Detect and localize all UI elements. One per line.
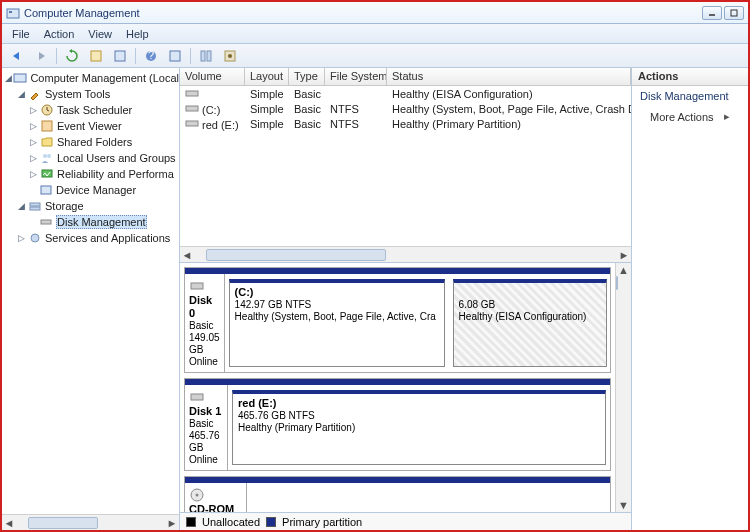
- maximize-button[interactable]: [724, 6, 744, 20]
- back-button[interactable]: [6, 46, 28, 66]
- expand-icon[interactable]: ▷: [28, 153, 39, 164]
- graphical-view: Disk 0Basic149.05 GBOnline(C:)142.97 GB …: [180, 263, 631, 512]
- monitor-icon: [40, 167, 54, 181]
- window-title: Computer Management: [24, 7, 702, 19]
- svg-rect-15: [42, 121, 52, 131]
- tree-scrollbar[interactable]: ◄ ►: [2, 514, 179, 530]
- minimize-button[interactable]: [702, 6, 722, 20]
- list-scrollbar[interactable]: ◄ ►: [180, 246, 631, 262]
- actions-pane: Actions Disk Management More Actions ▸: [632, 68, 748, 530]
- disk-block[interactable]: Disk 0Basic149.05 GBOnline(C:)142.97 GB …: [184, 267, 611, 373]
- more-label: More Actions: [650, 111, 714, 123]
- table-row[interactable]: red (E:)SimpleBasicNTFSHealthy (Primary …: [180, 116, 631, 131]
- svg-rect-5: [115, 51, 125, 61]
- scroll-right-icon[interactable]: ►: [617, 248, 631, 262]
- tree-root[interactable]: ◢ Computer Management (Local: [2, 70, 179, 86]
- menu-action[interactable]: Action: [38, 26, 81, 42]
- console-button[interactable]: [109, 46, 131, 66]
- col-volume[interactable]: Volume: [180, 68, 245, 85]
- table-row[interactable]: (C:)SimpleBasicNTFSHealthy (System, Boot…: [180, 101, 631, 116]
- properties-button[interactable]: [85, 46, 107, 66]
- scroll-up-icon[interactable]: ▲: [616, 263, 631, 277]
- tree-device-manager[interactable]: Device Manager: [2, 182, 179, 198]
- scroll-left-icon[interactable]: ◄: [3, 517, 15, 529]
- tree-disk-management[interactable]: Disk Management: [2, 214, 179, 230]
- forward-button[interactable]: [30, 46, 52, 66]
- menu-view[interactable]: View: [82, 26, 118, 42]
- menu-file[interactable]: File: [6, 26, 36, 42]
- col-filesystem[interactable]: File System: [325, 68, 387, 85]
- titlebar: Computer Management: [2, 2, 748, 24]
- expand-icon[interactable]: ▷: [28, 105, 39, 116]
- scroll-down-icon[interactable]: ▼: [616, 498, 631, 512]
- tree-event-viewer[interactable]: ▷ Event Viewer: [2, 118, 179, 134]
- refresh-button[interactable]: [61, 46, 83, 66]
- tree-local-users[interactable]: ▷ Local Users and Groups: [2, 150, 179, 166]
- computer-icon: [13, 71, 27, 85]
- settings-button[interactable]: [195, 46, 217, 66]
- svg-rect-20: [30, 203, 40, 206]
- scroll-thumb[interactable]: [28, 517, 98, 529]
- app-icon: [6, 6, 20, 20]
- list-header: Volume Layout Type File System Status: [180, 68, 631, 86]
- separator: [135, 48, 136, 64]
- tree-services[interactable]: ▷ Services and Applications: [2, 230, 179, 246]
- extra-button[interactable]: [219, 46, 241, 66]
- svg-rect-27: [191, 283, 203, 289]
- action-more[interactable]: More Actions ▸: [632, 106, 748, 127]
- tree-system-tools[interactable]: ◢ System Tools: [2, 86, 179, 102]
- partition[interactable]: red (E:)465.76 GB NTFSHealthy (Primary P…: [232, 390, 606, 465]
- expand-icon[interactable]: ▷: [28, 121, 39, 132]
- menubar: File Action View Help: [2, 24, 748, 44]
- disk-icon: [39, 215, 53, 229]
- swatch-primary: [266, 517, 276, 527]
- partition[interactable]: 6.08 GBHealthy (EISA Configuration): [453, 279, 607, 367]
- center-pane: Volume Layout Type File System Status Si…: [180, 68, 632, 530]
- svg-rect-19: [41, 186, 51, 194]
- svg-rect-24: [186, 91, 198, 96]
- scroll-left-icon[interactable]: ◄: [180, 248, 194, 262]
- svg-point-16: [43, 154, 47, 158]
- menu-help[interactable]: Help: [120, 26, 155, 42]
- collapse-icon[interactable]: ◢: [16, 89, 27, 100]
- expand-icon[interactable]: ▷: [28, 137, 39, 148]
- legend-primary: Primary partition: [282, 516, 362, 528]
- svg-rect-3: [731, 10, 737, 16]
- svg-text:?: ?: [148, 49, 154, 61]
- svg-rect-9: [201, 51, 205, 61]
- svg-rect-0: [7, 9, 19, 18]
- table-row[interactable]: SimpleBasicHealthy (EISA Configuration): [180, 86, 631, 101]
- legend-unallocated: Unallocated: [202, 516, 260, 528]
- separator: [190, 48, 191, 64]
- scroll-thumb[interactable]: [616, 276, 618, 290]
- col-layout[interactable]: Layout: [245, 68, 289, 85]
- storage-icon: [28, 199, 42, 213]
- tree-shared-folders[interactable]: ▷ Shared Folders: [2, 134, 179, 150]
- scroll-right-icon[interactable]: ►: [166, 517, 178, 529]
- graphical-scrollbar[interactable]: ▲ ▼: [615, 263, 631, 512]
- svg-rect-25: [186, 106, 198, 111]
- svg-point-30: [196, 494, 199, 497]
- tree-reliability[interactable]: ▷ Reliability and Performa: [2, 166, 179, 182]
- tree-storage[interactable]: ◢ Storage: [2, 198, 179, 214]
- expand-icon[interactable]: ▷: [28, 169, 39, 180]
- col-type[interactable]: Type: [289, 68, 325, 85]
- svg-rect-21: [30, 207, 40, 210]
- svg-rect-4: [91, 51, 101, 61]
- scroll-thumb[interactable]: [206, 249, 386, 261]
- col-status[interactable]: Status: [387, 68, 631, 85]
- clock-icon: [40, 103, 54, 117]
- disk-block[interactable]: Disk 1Basic465.76 GBOnlinered (E:)465.76…: [184, 378, 611, 471]
- disk-block[interactable]: CD-ROM 0DVD (D:)No Media: [184, 476, 611, 512]
- expand-icon[interactable]: ▷: [16, 233, 27, 244]
- collapse-icon[interactable]: ◢: [4, 73, 12, 84]
- device-icon: [39, 183, 53, 197]
- collapse-icon[interactable]: ◢: [16, 201, 27, 212]
- action-disk-management[interactable]: Disk Management: [632, 86, 748, 106]
- svg-rect-26: [186, 121, 198, 126]
- help-button[interactable]: ?: [140, 46, 162, 66]
- view-button[interactable]: [164, 46, 186, 66]
- partition[interactable]: (C:)142.97 GB NTFSHealthy (System, Boot,…: [229, 279, 445, 367]
- folder-icon: [40, 135, 54, 149]
- tree-task-scheduler[interactable]: ▷ Task Scheduler: [2, 102, 179, 118]
